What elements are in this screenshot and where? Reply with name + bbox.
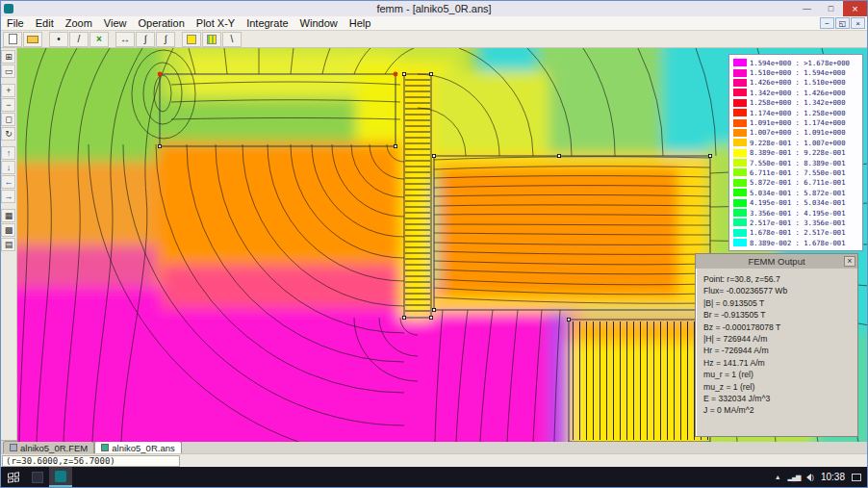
legend-color-swatch: [733, 239, 747, 246]
legend-row: 1.342e+000 : 1.426e+000: [733, 88, 858, 97]
menu-help[interactable]: Help: [344, 16, 377, 30]
legend-row: 8.389e-001 : 9.228e-001: [733, 148, 858, 158]
pan-down-button[interactable]: ↓: [1, 161, 15, 174]
legend-range-label: 5.034e-001 : 5.872e-001: [750, 189, 846, 197]
output-line: Hr = -726944 A/m: [703, 345, 850, 356]
legend-color-swatch: [733, 179, 747, 187]
grid-settings-button[interactable]: ▤: [1, 238, 15, 251]
menu-operation[interactable]: Operation: [132, 16, 190, 30]
legend-range-label: 4.195e-001 : 5.034e-001: [750, 198, 846, 207]
output-line: mu_r = 1 (rel): [703, 369, 850, 380]
new-file-button[interactable]: [3, 32, 22, 47]
legend-row: 6.711e-001 : 7.550e-001: [733, 167, 858, 177]
output-line: Br = -0.913505 T: [703, 309, 850, 321]
legend-row: 9.228e-001 : 1.007e+000: [733, 138, 858, 147]
menu-zoom[interactable]: Zoom: [60, 16, 98, 30]
network-icon[interactable]: ▂▄▆: [788, 474, 801, 481]
zoom-natural-button[interactable]: ⊞: [1, 50, 15, 64]
legend-color-swatch: [733, 209, 747, 217]
mdi-restore-button[interactable]: ◱: [835, 17, 850, 29]
legend-range-label: 5.872e-001 : 6.711e-001: [750, 178, 846, 187]
snap-grid-button[interactable]: ▩: [1, 223, 15, 237]
menu-window[interactable]: Window: [294, 16, 344, 30]
legend-row: 1.174e+000 : 1.258e+000: [733, 108, 858, 117]
menu-plot-xy[interactable]: Plot X-Y: [191, 16, 241, 30]
legend-range-label: 1.342e+000 : 1.426e+000: [750, 89, 846, 97]
titlebar[interactable]: femm - [alniko5_0R.ans] — □ ×: [1, 1, 867, 16]
legend-row: 2.517e-001 : 3.356e-001: [733, 218, 858, 227]
legend-color-swatch: [733, 59, 747, 66]
menu-edit[interactable]: Edit: [30, 16, 60, 30]
legend-range-label: 2.517e-001 : 3.356e-001: [750, 218, 846, 227]
left-toolbar: ⊞ ▭ + − ◻ ↻ ↑ ↓ ← → ▦ ▩ ▤: [1, 48, 17, 440]
grid-toggle-button[interactable]: ▦: [1, 209, 15, 222]
legend-color-swatch: [733, 119, 747, 127]
femm-output-close-button[interactable]: ×: [844, 256, 855, 267]
block-integral-button[interactable]: ∫: [136, 32, 155, 47]
femm-output-body: Point: r=30.8, z=56.7 Flux= -0.00236577 …: [696, 269, 857, 422]
legend-row: 1.510e+000 : 1.594e+000: [733, 67, 858, 77]
legend-range-label: 1.091e+000 : 1.174e+000: [750, 118, 846, 127]
plot-canvas[interactable]: 1.594e+000 : >1.678e+000 1.510e+000 : 1.…: [17, 48, 867, 442]
zoom-keyboard-button[interactable]: ▭: [1, 64, 15, 78]
legend-row: 3.356e-001 : 4.195e-001: [733, 208, 858, 218]
tab-fem-file[interactable]: alniko5_0R.FEM: [3, 441, 94, 453]
legend-row: 4.195e-001 : 5.034e-001: [733, 197, 858, 207]
open-folder-icon: [27, 36, 38, 43]
move-tool-button[interactable]: ↔: [115, 32, 135, 47]
tab-ans-label: alniko5_0R.ans: [112, 443, 175, 453]
legend-row: 1.594e+000 : >1.678e+000: [733, 58, 858, 67]
segment-tool-button[interactable]: /: [69, 32, 89, 47]
tab-ans-file[interactable]: alniko5_0R.ans: [94, 441, 182, 453]
mdi-minimize-button[interactable]: −: [820, 17, 834, 29]
toolbar: • / × ↔ ∫ ∫ \: [1, 31, 867, 48]
pan-right-button[interactable]: →: [1, 190, 15, 203]
open-file-button[interactable]: [23, 32, 42, 47]
mesh-delete-button[interactable]: ×: [89, 32, 109, 47]
legend-range-label: 8.389e-001 : 9.228e-001: [750, 148, 846, 157]
pan-left-button[interactable]: ←: [1, 175, 15, 189]
maximize-button[interactable]: □: [819, 1, 843, 16]
menu-integrate[interactable]: Integrate: [241, 16, 294, 30]
clock[interactable]: 10:38: [821, 472, 845, 482]
close-button[interactable]: ×: [843, 1, 867, 16]
legend-color-swatch: [733, 159, 747, 167]
density-plot-button[interactable]: [182, 32, 201, 47]
zoom-in-button[interactable]: +: [1, 84, 15, 97]
legend-range-label: 1.594e+000 : >1.678e+000: [750, 59, 850, 67]
legend-range-label: 1.510e+000 : 1.594e+000: [750, 68, 846, 77]
legend-color-swatch: [733, 218, 747, 226]
legend-color-swatch: [733, 229, 747, 237]
tray-expand-icon[interactable]: ▲: [775, 474, 781, 480]
volume-icon[interactable]: ): [806, 473, 814, 481]
legend-color-swatch: [733, 109, 747, 116]
femm-output-title: FEMM Output: [748, 256, 804, 267]
pan-up-button[interactable]: ↑: [1, 146, 15, 160]
femm-glyph-icon: [55, 471, 66, 482]
line-integral-button[interactable]: ∫: [156, 32, 175, 47]
document-tabbar: alniko5_0R.FEM alniko5_0R.ans: [1, 440, 867, 453]
taskbar-femm-icon[interactable]: [49, 467, 72, 487]
contour-plot-button[interactable]: \: [222, 32, 242, 47]
legend-range-label: 1.174e+000 : 1.258e+000: [750, 109, 846, 117]
mdi-close-button[interactable]: ×: [851, 17, 865, 29]
minimize-button[interactable]: —: [795, 1, 819, 16]
start-button[interactable]: [1, 467, 26, 487]
node-tool-button[interactable]: •: [49, 32, 68, 47]
system-tray: ▲ ▂▄▆ ) 10:38: [775, 472, 867, 482]
zoom-extents-button[interactable]: ↻: [1, 127, 15, 141]
legend-row: 1.091e+000 : 1.174e+000: [733, 117, 858, 127]
taskbar-app-icon[interactable]: [26, 467, 49, 487]
vector-plot-button[interactable]: [202, 32, 221, 47]
density-plot-icon: [187, 35, 196, 44]
zoom-window-button[interactable]: ◻: [1, 113, 15, 126]
legend-row: 1.258e+000 : 1.342e+000: [733, 98, 858, 108]
menu-view[interactable]: View: [98, 16, 133, 30]
menu-file[interactable]: File: [1, 16, 30, 30]
action-center-icon[interactable]: [852, 474, 861, 481]
legend-row: 1.007e+000 : 1.091e+000: [733, 128, 858, 138]
femm-output-titlebar[interactable]: FEMM Output ×: [696, 254, 857, 269]
legend-row: 5.034e-001 : 5.872e-001: [733, 188, 858, 197]
window-title: femm - [alniko5_0R.ans]: [1, 3, 867, 14]
zoom-out-button[interactable]: −: [1, 98, 15, 112]
